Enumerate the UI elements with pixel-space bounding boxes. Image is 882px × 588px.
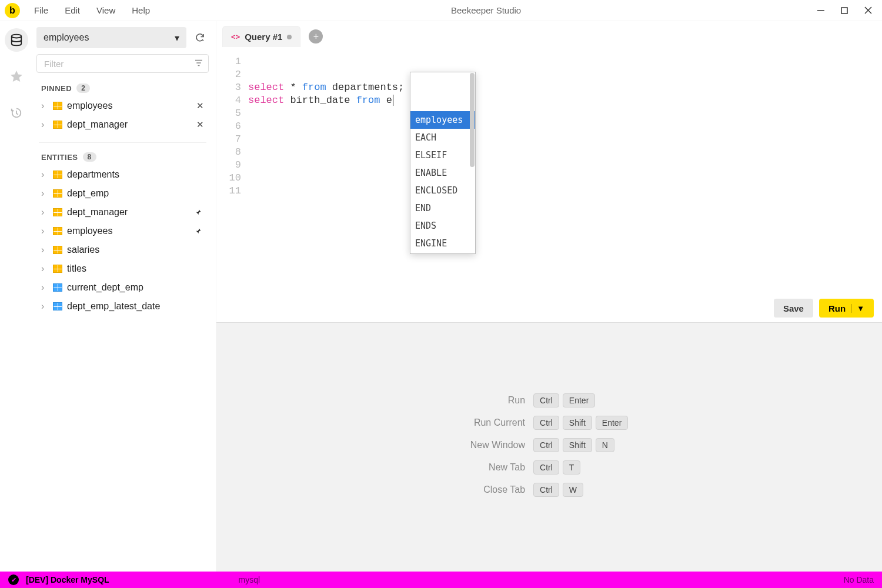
entities-header: ENTITIES 8 <box>41 152 209 162</box>
line-gutter: 1234567891011 <box>216 55 248 294</box>
shortcut-label: Run Current <box>470 417 525 428</box>
key: W <box>563 483 583 497</box>
entity-item[interactable]: › titles <box>36 259 209 278</box>
save-button[interactable]: Save <box>774 299 813 318</box>
entity-item-label: salaries <box>67 245 205 255</box>
key: Enter <box>563 393 595 407</box>
tabbar: <> Query #1 + <box>216 21 882 47</box>
key: Enter <box>596 416 628 430</box>
table-icon <box>53 227 62 235</box>
pinned-item[interactable]: › dept_manager ✕ <box>36 115 209 134</box>
pinned-item[interactable]: › employees ✕ <box>36 96 209 115</box>
entity-item[interactable]: › departments <box>36 165 209 184</box>
shortcut-keys: CtrlEnter <box>533 393 628 407</box>
table-icon <box>53 189 62 198</box>
shortcut-keys: CtrlShiftN <box>533 438 628 452</box>
shortcut-keys: CtrlShiftEnter <box>533 416 628 430</box>
autocomplete-item[interactable]: ELSEIF <box>410 146 475 164</box>
run-button[interactable]: Run ▼ <box>819 299 874 318</box>
table-icon <box>53 208 62 216</box>
entities-header-label: ENTITIES <box>41 153 78 162</box>
entity-item[interactable]: › dept_emp <box>36 184 209 203</box>
new-tab-button[interactable]: + <box>309 29 323 44</box>
key: Shift <box>563 438 592 452</box>
kw: from <box>356 95 380 106</box>
app-logo: b <box>5 3 20 18</box>
statusbar: ✔ [DEV] Docker MySQL mysql No Data <box>0 572 882 588</box>
autocomplete-item[interactable]: ENGINE <box>410 235 475 252</box>
history-icon[interactable] <box>5 101 28 125</box>
code-area[interactable]: select * from departments; select birth_… <box>248 55 404 294</box>
chevron-down-icon: ▾ <box>175 32 179 44</box>
tab-label: Query #1 <box>245 32 282 42</box>
caret <box>393 95 393 106</box>
shortcut-label: Close Tab <box>470 485 525 495</box>
key: Ctrl <box>533 438 559 452</box>
tok: * <box>290 82 296 93</box>
chevron-right-icon: › <box>41 301 48 312</box>
pinned-header-label: PINNED <box>41 84 72 93</box>
connection-name[interactable]: [DEV] Docker MySQL <box>26 575 109 584</box>
shortcut-label: New Tab <box>470 462 525 473</box>
autocomplete-item[interactable]: ENDS <box>410 217 475 235</box>
filter-icon[interactable] <box>193 58 204 68</box>
titlebar: b File Edit View Help Beekeeper Studio <box>0 0 882 21</box>
key: T <box>563 460 581 475</box>
pin-icon[interactable] <box>195 209 205 216</box>
autocomplete-item[interactable]: employees <box>410 111 475 129</box>
autocomplete-item[interactable]: ENABLE <box>410 164 475 182</box>
pinned-item-label: dept_manager <box>67 119 190 130</box>
view-icon <box>53 302 62 310</box>
star-icon[interactable] <box>5 65 28 88</box>
tok: departments; <box>332 82 404 93</box>
autocomplete-item[interactable]: ENGINES <box>410 252 475 254</box>
refresh-button[interactable] <box>191 27 209 48</box>
tab-query[interactable]: <> Query #1 <box>222 26 300 47</box>
autocomplete-popup[interactable]: employeesEACHELSEIFENABLEENCLOSEDENDENDS… <box>410 72 476 254</box>
entity-item[interactable]: › dept_emp_latest_date <box>36 297 209 316</box>
entity-item-label: titles <box>67 263 205 274</box>
run-split-icon[interactable]: ▼ <box>851 304 864 313</box>
run-button-label: Run <box>828 303 846 313</box>
shortcut-label: New Window <box>470 440 525 450</box>
unpin-icon[interactable]: ✕ <box>195 119 205 130</box>
maximize-button[interactable] <box>838 5 850 16</box>
shortcut-keys: CtrlT <box>533 460 628 475</box>
pin-icon[interactable] <box>195 228 205 235</box>
kw: select <box>248 82 284 93</box>
unpin-icon[interactable]: ✕ <box>195 101 205 111</box>
chevron-right-icon: › <box>41 263 48 274</box>
close-button[interactable] <box>862 5 874 16</box>
menu-view[interactable]: View <box>89 2 122 19</box>
filter-input[interactable] <box>36 54 209 73</box>
menu-edit[interactable]: Edit <box>58 2 87 19</box>
key: Shift <box>563 416 592 430</box>
tok: birth_date <box>290 95 350 106</box>
database-icon[interactable] <box>5 28 28 52</box>
entity-item[interactable]: › salaries <box>36 240 209 259</box>
autocomplete-item[interactable]: END <box>410 199 475 217</box>
autocomplete-scrollbar[interactable] <box>470 73 475 167</box>
entity-item-label: dept_manager <box>67 207 190 218</box>
autocomplete-item[interactable]: EACH <box>410 129 475 146</box>
entity-item[interactable]: › current_dept_emp <box>36 278 209 297</box>
shortcut-keys: CtrlW <box>533 483 628 497</box>
entity-item[interactable]: › dept_manager <box>36 203 209 222</box>
entity-item[interactable]: › employees <box>36 222 209 240</box>
minimize-button[interactable] <box>815 5 827 16</box>
menu-file[interactable]: File <box>27 2 55 19</box>
sql-editor[interactable]: 1234567891011 select * from departments;… <box>216 47 882 294</box>
database-select[interactable]: employees ▾ <box>36 27 186 48</box>
kw: from <box>302 82 326 93</box>
key: N <box>596 438 614 452</box>
tok: e <box>386 95 392 106</box>
app-title: Beekeeper Studio <box>451 5 521 15</box>
autocomplete-item[interactable]: ENCLOSED <box>410 182 475 199</box>
chevron-right-icon: › <box>41 226 48 236</box>
svg-rect-1 <box>841 8 847 14</box>
chevron-right-icon: › <box>41 282 48 293</box>
menu-help[interactable]: Help <box>125 2 157 19</box>
table-icon <box>53 246 62 254</box>
results-panel: Run CtrlEnterRun Current CtrlShiftEnterN… <box>216 323 882 572</box>
code-icon: <> <box>231 32 240 41</box>
